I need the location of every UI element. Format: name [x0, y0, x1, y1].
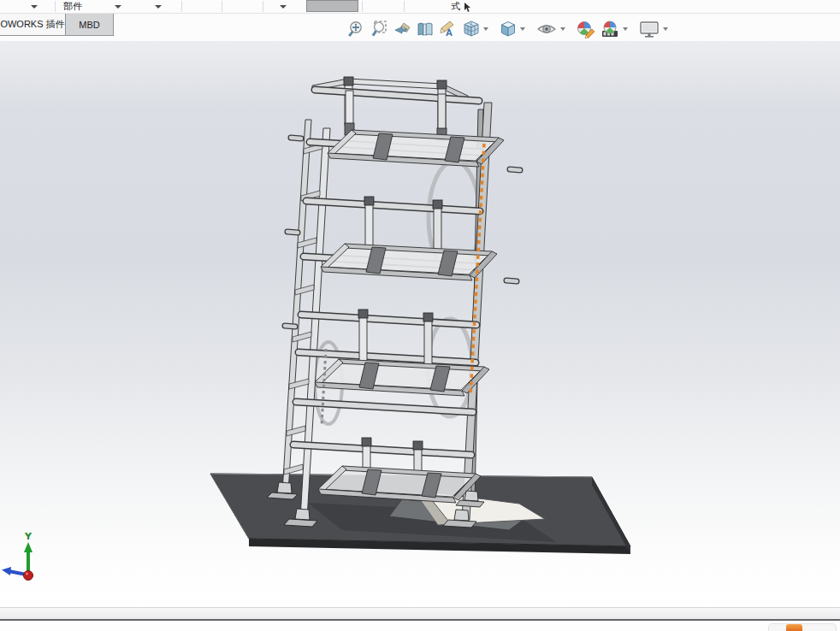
- y-axis-label: Y: [24, 531, 33, 542]
- chevron-down-icon[interactable]: [31, 5, 38, 9]
- chevron-down-icon[interactable]: [155, 5, 162, 9]
- chevron-down-icon[interactable]: [483, 27, 488, 31]
- chevron-down-icon[interactable]: [663, 27, 668, 31]
- apply-scene-button[interactable]: [598, 18, 622, 40]
- toolbar-separator: [362, 1, 363, 12]
- monitor-icon: [638, 20, 660, 38]
- zoom-to-fit-button[interactable]: [344, 18, 366, 40]
- chevron-down-icon[interactable]: [623, 27, 628, 31]
- eye-icon: [535, 20, 558, 38]
- status-bar: [0, 607, 840, 619]
- view-orientation-icon: [462, 20, 481, 38]
- display-style-icon: [499, 20, 518, 38]
- display-style-button[interactable]: [497, 18, 519, 40]
- view-orientation-button[interactable]: [460, 18, 482, 40]
- section-view-button[interactable]: [414, 18, 436, 40]
- headsup-view-toolbar: A: [344, 18, 671, 40]
- graphics-area[interactable]: Y: [0, 41, 840, 607]
- command-label-style[interactable]: 式: [451, 1, 460, 12]
- zoom-to-area-icon: [368, 20, 388, 38]
- tab-label: MBD: [79, 20, 99, 30]
- command-manager-row: 部件 式: [0, 0, 840, 14]
- command-label-component[interactable]: 部件: [63, 1, 82, 12]
- toolbar-separator: [55, 1, 56, 12]
- edit-appearance-button[interactable]: [574, 18, 598, 40]
- section-view-icon: [416, 20, 435, 38]
- previous-view-icon: [392, 20, 412, 38]
- commandmanager-tabs: OWORKS 插件 MBD: [0, 14, 114, 36]
- orange-app-icon[interactable]: [786, 624, 802, 631]
- windows-taskbar[interactable]: [0, 621, 840, 631]
- toolbar-separator: [222, 1, 222, 12]
- z-axis: [24, 571, 33, 581]
- apply-scene-icon: [600, 20, 620, 38]
- toolbar-separator: [263, 1, 263, 12]
- hide-show-items-button[interactable]: [534, 18, 559, 40]
- previous-view-button[interactable]: [390, 18, 414, 40]
- orientation-triad: Y: [0, 530, 60, 590]
- text-cursor-icon: [463, 1, 471, 16]
- edit-appearance-icon: [576, 20, 596, 38]
- annotation-view-button[interactable]: A: [436, 18, 460, 40]
- chevron-down-icon[interactable]: [560, 27, 565, 31]
- tab-mbd[interactable]: MBD: [66, 14, 114, 36]
- zoom-to-fit-icon: [346, 20, 364, 38]
- cad-model[interactable]: [0, 41, 840, 607]
- top-chrome: 部件 式 OWORKS 插件 MBD: [0, 0, 840, 41]
- svg-text:A: A: [446, 27, 453, 38]
- tab-label: OWORKS 插件: [0, 18, 64, 31]
- annotation-view-icon: A: [438, 20, 458, 38]
- toolbar-separator: [404, 1, 405, 12]
- tab-solidworks-addins[interactable]: OWORKS 插件: [0, 14, 66, 36]
- zoom-to-area-button[interactable]: [366, 18, 390, 40]
- active-tool-button[interactable]: [306, 0, 358, 12]
- chevron-down-icon[interactable]: [280, 5, 287, 9]
- taskbar-panel: [768, 623, 837, 631]
- solidworks-window: 部件 式 OWORKS 插件 MBD: [0, 0, 840, 631]
- view-settings-button[interactable]: [636, 18, 662, 40]
- chevron-down-icon[interactable]: [115, 5, 121, 9]
- chevron-down-icon[interactable]: [520, 27, 525, 31]
- toolbar-separator: [181, 1, 182, 12]
